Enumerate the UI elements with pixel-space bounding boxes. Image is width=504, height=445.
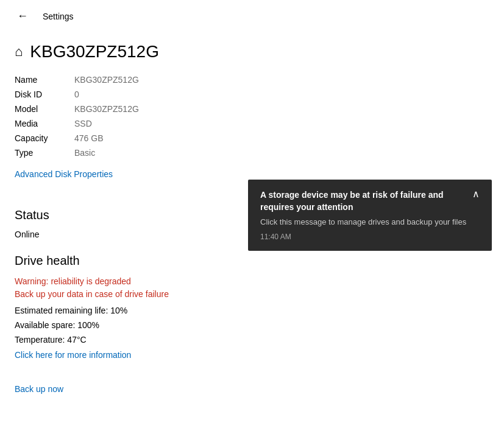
label-model: Model: [15, 103, 69, 115]
value-capacity: 476 GB: [74, 132, 489, 144]
label-name: Name: [15, 74, 69, 86]
drive-health-title: Drive health: [15, 254, 489, 268]
value-name: KBG30ZPZ512G: [74, 74, 489, 86]
home-icon: ⌂: [15, 44, 23, 60]
label-type: Type: [15, 147, 69, 159]
back-up-now-link[interactable]: Back up now: [15, 384, 63, 394]
value-disk-id: 0: [74, 88, 489, 100]
page-title: KBG30ZPZ512G: [30, 42, 159, 61]
toast-time: 11:40 AM: [260, 233, 480, 241]
warning-line1: Warning: reliability is degraded: [15, 275, 489, 288]
remaining-life-stat: Estimated remaining life: 10%: [15, 306, 489, 315]
available-spare-stat: Available spare: 100%: [15, 320, 489, 330]
warning-line2: Back up your data in case of drive failu…: [15, 288, 489, 301]
toast-body: Click this message to manage drives and …: [260, 217, 480, 228]
value-model: KBG30ZPZ512G: [74, 103, 489, 115]
label-media: Media: [15, 117, 69, 130]
drive-health-warnings: Warning: reliability is degraded Back up…: [15, 275, 489, 301]
toast-title: A storage device may be at risk of failu…: [260, 189, 465, 213]
value-media: SSD: [74, 117, 489, 130]
toast-header: A storage device may be at risk of failu…: [260, 189, 480, 213]
header-title: Settings: [43, 12, 74, 21]
advanced-disk-properties-link[interactable]: Advanced Disk Properties: [15, 169, 113, 179]
header: ← Settings: [0, 0, 504, 32]
toast-close-button[interactable]: ∧: [472, 189, 480, 199]
label-capacity: Capacity: [15, 132, 69, 144]
disk-info-table: Name KBG30ZPZ512G Disk ID 0 Model KBG30Z…: [15, 74, 489, 159]
more-information-link[interactable]: Click here for more information: [15, 350, 131, 360]
value-type: Basic: [74, 147, 489, 159]
page-title-area: ⌂ KBG30ZPZ512G: [0, 32, 504, 74]
notification-toast[interactable]: A storage device may be at risk of failu…: [248, 180, 492, 251]
temperature-stat: Temperature: 47°C: [15, 335, 489, 345]
back-button[interactable]: ←: [12, 7, 33, 25]
label-disk-id: Disk ID: [15, 88, 69, 100]
